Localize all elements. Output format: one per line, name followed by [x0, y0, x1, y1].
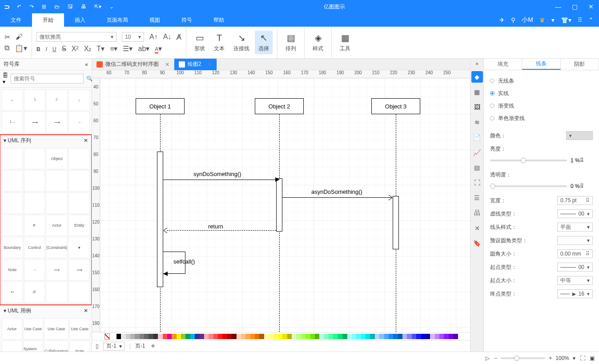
shape-item[interactable]: ⟶: [24, 112, 45, 133]
shadow-tab[interactable]: 阴影: [561, 59, 599, 70]
shape-item[interactable]: [24, 192, 45, 214]
page-tab[interactable]: 页-1: [135, 342, 145, 350]
shuffle-panel-icon[interactable]: ⤨: [471, 222, 483, 234]
shape-item[interactable]: [24, 148, 45, 169]
shape-item[interactable]: [2, 215, 23, 236]
color-swatch[interactable]: [347, 334, 352, 339]
color-swatch[interactable]: [255, 334, 259, 339]
user-dropdown-icon[interactable]: ▾: [551, 16, 555, 24]
expand-right-icon[interactable]: »: [475, 60, 478, 67]
close-icon[interactable]: ✕: [588, 3, 594, 10]
fill-tab[interactable]: 填充: [484, 59, 522, 70]
category-header[interactable]: ▾ UML 用例✕: [0, 305, 92, 316]
export-icon[interactable]: ⇱▾: [94, 4, 101, 10]
color-swatch[interactable]: [140, 334, 144, 339]
color-swatch[interactable]: [237, 334, 241, 339]
color-swatch[interactable]: [287, 334, 292, 339]
color-swatch[interactable]: [269, 334, 273, 339]
color-swatch[interactable]: [435, 334, 439, 339]
maximize-icon[interactable]: ▢: [572, 3, 578, 10]
new-icon[interactable]: ⊞: [42, 4, 46, 10]
color-swatch[interactable]: [135, 334, 139, 339]
style-button[interactable]: ◈样式: [309, 31, 327, 54]
style-panel-icon[interactable]: ◆: [471, 71, 483, 83]
async-message[interactable]: [282, 197, 392, 198]
add-page-icon[interactable]: ＋: [149, 341, 157, 351]
return-message[interactable]: [167, 230, 276, 231]
color-swatch[interactable]: [412, 334, 416, 339]
text-button[interactable]: T文本: [210, 31, 228, 54]
doc-tab[interactable]: 绘图2✕: [174, 59, 217, 70]
opacity-slider[interactable]: [490, 185, 567, 187]
text-align-icon[interactable]: T▾: [96, 44, 105, 53]
grid-panel-icon[interactable]: ▦: [471, 86, 483, 98]
color-swatch[interactable]: [430, 334, 434, 339]
menu-symbol[interactable]: 符号: [171, 13, 203, 27]
page-panel-icon[interactable]: 📄: [471, 132, 483, 143]
round-size-input[interactable]: 0.00 mm⠿: [557, 249, 593, 258]
color-swatch[interactable]: [126, 334, 130, 339]
color-swatch[interactable]: [384, 334, 389, 339]
shape-item[interactable]: Boundary: [2, 237, 23, 258]
line-spacing-icon[interactable]: ≡▾: [110, 44, 117, 53]
font-family-select[interactable]: 微软雅黑▾: [36, 32, 117, 42]
color-swatch[interactable]: [296, 334, 301, 339]
color-swatch[interactable]: [273, 334, 278, 339]
color-swatch[interactable]: [204, 334, 209, 339]
font-color-icon[interactable]: A▾: [155, 44, 162, 53]
undo-icon[interactable]: ↶: [17, 4, 21, 10]
open-icon[interactable]: 🗁: [54, 4, 60, 10]
bookmark-panel-icon[interactable]: 🔖: [471, 237, 483, 249]
color-swatch[interactable]: [227, 334, 232, 339]
apps-icon[interactable]: ⠿: [578, 16, 582, 24]
shape-item[interactable]: Note: [2, 259, 23, 280]
shape-item[interactable]: →: [68, 112, 90, 133]
doc-tab[interactable]: 微信二维码支付时序图✕: [92, 59, 174, 70]
color-picker[interactable]: ▾: [566, 131, 593, 140]
list-panel-icon[interactable]: ☰: [471, 192, 483, 204]
superscript-icon[interactable]: X²: [72, 45, 79, 53]
color-swatch[interactable]: [426, 334, 430, 339]
line-mono-gradient-radio[interactable]: 单色渐变线: [490, 112, 593, 124]
shape-item[interactable]: →: [24, 259, 45, 280]
color-swatch[interactable]: [366, 334, 370, 339]
color-swatch[interactable]: [338, 334, 342, 339]
menu-view[interactable]: 视图: [139, 13, 171, 27]
tools-button[interactable]: ▦工具: [336, 31, 354, 54]
redo-icon[interactable]: ↷: [29, 4, 34, 10]
round-select[interactable]: ▾: [557, 236, 593, 245]
line-none-radio[interactable]: 无线条: [490, 75, 593, 87]
shape-item[interactable]: [46, 170, 68, 192]
color-swatch[interactable]: [319, 334, 324, 339]
grow-font-icon[interactable]: A↑: [149, 33, 158, 41]
color-swatch[interactable]: [282, 334, 287, 339]
shrink-font-icon[interactable]: A↓: [163, 33, 172, 41]
shape-item[interactable]: Use Case: [69, 318, 90, 340]
color-swatch[interactable]: [149, 334, 153, 339]
menu-layout[interactable]: 页面布局: [96, 13, 139, 27]
layers-panel-icon[interactable]: ≋: [471, 116, 483, 128]
zoom-value[interactable]: 100%: [555, 355, 569, 361]
menu-file[interactable]: 文件: [0, 13, 32, 27]
shape-item[interactable]: [2, 192, 23, 214]
collapse-left-icon[interactable]: «: [85, 61, 88, 68]
underline-icon[interactable]: U: [52, 45, 56, 53]
subscript-icon[interactable]: X₂: [84, 44, 92, 53]
zoom-slider[interactable]: [501, 357, 545, 359]
shape-item[interactable]: [68, 170, 90, 192]
activation[interactable]: [157, 152, 163, 287]
cap-select[interactable]: 平面▾: [557, 223, 593, 232]
shape-item[interactable]: [46, 192, 68, 214]
color-swatch[interactable]: [375, 334, 379, 339]
close-category-icon[interactable]: ✕: [84, 308, 88, 314]
color-swatch[interactable]: [218, 334, 222, 339]
close-category-icon[interactable]: ✕: [84, 137, 88, 144]
shape-item[interactable]: ↓: [68, 89, 90, 111]
brightness-value[interactable]: 1 %⠿: [571, 157, 593, 164]
image-panel-icon[interactable]: 🖼: [471, 101, 483, 113]
shape-item[interactable]: [68, 148, 90, 169]
color-swatch[interactable]: [250, 334, 255, 339]
color-swatch[interactable]: [292, 334, 296, 339]
object-box[interactable]: Object 2: [255, 98, 304, 114]
shape-item[interactable]: ⟶: [68, 259, 90, 280]
